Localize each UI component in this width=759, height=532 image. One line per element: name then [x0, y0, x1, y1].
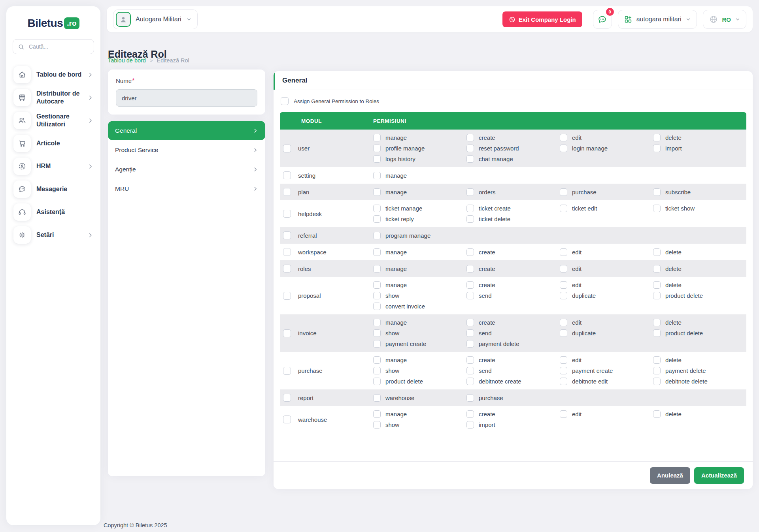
- permission-checkbox[interactable]: [653, 292, 661, 299]
- permission-option-convert-invoice[interactable]: convert invoice: [373, 303, 466, 310]
- permission-option-warehouse[interactable]: warehouse: [373, 394, 466, 402]
- permission-checkbox[interactable]: [373, 340, 381, 348]
- permission-checkbox[interactable]: [466, 394, 474, 402]
- module-select-checkbox[interactable]: [283, 415, 291, 423]
- permission-checkbox[interactable]: [373, 292, 381, 299]
- permission-option-delete[interactable]: delete: [653, 319, 746, 326]
- permission-option-orders[interactable]: orders: [466, 188, 560, 196]
- tab-general[interactable]: General: [108, 121, 265, 140]
- module-select-checkbox[interactable]: [283, 329, 291, 337]
- permission-checkbox[interactable]: [653, 265, 661, 273]
- permission-checkbox[interactable]: [653, 134, 661, 141]
- permission-checkbox[interactable]: [653, 367, 661, 374]
- permission-option-purchase[interactable]: purchase: [560, 188, 653, 196]
- permission-checkbox[interactable]: [466, 215, 474, 223]
- permission-checkbox[interactable]: [466, 248, 474, 256]
- permission-checkbox[interactable]: [373, 232, 381, 239]
- permission-option-edit[interactable]: edit: [560, 319, 653, 326]
- permission-option-manage[interactable]: manage: [373, 172, 466, 179]
- permission-option-duplicate[interactable]: duplicate: [560, 292, 653, 299]
- permission-option-show[interactable]: show: [373, 367, 466, 374]
- permission-option-import[interactable]: import: [653, 145, 746, 152]
- permission-checkbox[interactable]: [560, 134, 567, 141]
- permission-option-product-delete[interactable]: product delete: [653, 329, 746, 337]
- permission-checkbox[interactable]: [653, 378, 661, 385]
- sidebar-item-headset[interactable]: Asistență: [12, 203, 95, 222]
- sidebar-item-hrm[interactable]: HRM: [12, 157, 95, 176]
- permission-option-manage[interactable]: manage: [373, 134, 466, 141]
- permission-option-product-delete[interactable]: product delete: [653, 292, 746, 299]
- permission-checkbox[interactable]: [373, 134, 381, 141]
- sidebar-item-chat[interactable]: Mesagerie: [12, 180, 95, 199]
- permission-checkbox[interactable]: [466, 410, 474, 418]
- permission-checkbox[interactable]: [373, 215, 381, 223]
- assign-general-permission-checkbox[interactable]: [281, 97, 289, 105]
- permission-option-duplicate[interactable]: duplicate: [560, 329, 653, 337]
- module-select-checkbox[interactable]: [283, 292, 291, 300]
- sidebar-item-gear[interactable]: Setări: [12, 226, 95, 244]
- permission-checkbox[interactable]: [373, 329, 381, 337]
- permission-option-send[interactable]: send: [466, 367, 560, 374]
- module-select-checkbox[interactable]: [283, 210, 291, 218]
- permission-option-ticket-edit[interactable]: ticket edit: [560, 205, 653, 212]
- permission-checkbox[interactable]: [653, 145, 661, 152]
- permission-checkbox[interactable]: [466, 155, 474, 163]
- permission-checkbox[interactable]: [560, 265, 567, 273]
- permission-checkbox[interactable]: [653, 205, 661, 212]
- permission-option-manage[interactable]: manage: [373, 356, 466, 364]
- module-select-checkbox[interactable]: [283, 394, 291, 402]
- permission-checkbox[interactable]: [466, 319, 474, 326]
- permission-option-create[interactable]: create: [466, 410, 560, 418]
- permission-checkbox[interactable]: [560, 367, 567, 374]
- permission-option-delete[interactable]: delete: [653, 356, 746, 364]
- permission-option-delete[interactable]: delete: [653, 410, 746, 418]
- permission-option-create[interactable]: create: [466, 134, 560, 141]
- company-selector[interactable]: Autogara Militari: [113, 9, 198, 29]
- permission-option-payment-delete[interactable]: payment delete: [466, 340, 560, 348]
- permission-option-create[interactable]: create: [466, 319, 560, 326]
- permission-option-edit[interactable]: edit: [560, 265, 653, 273]
- permission-option-reset-password[interactable]: reset password: [466, 145, 560, 152]
- permission-checkbox[interactable]: [560, 205, 567, 212]
- permission-option-edit[interactable]: edit: [560, 248, 653, 256]
- module-select-checkbox[interactable]: [283, 231, 291, 239]
- permission-option-manage[interactable]: manage: [373, 265, 466, 273]
- sidebar-item-cart[interactable]: Articole: [12, 134, 95, 153]
- permission-checkbox[interactable]: [560, 248, 567, 256]
- permission-option-show[interactable]: show: [373, 421, 466, 429]
- permission-option-ticket-show[interactable]: ticket show: [653, 205, 746, 212]
- module-select-checkbox[interactable]: [283, 145, 291, 152]
- language-menu[interactable]: RO: [703, 10, 747, 29]
- permission-option-debitnote-edit[interactable]: debitnote edit: [560, 378, 653, 385]
- permission-checkbox[interactable]: [653, 248, 661, 256]
- permission-option-delete[interactable]: delete: [653, 134, 746, 141]
- permission-checkbox[interactable]: [373, 205, 381, 212]
- module-select-checkbox[interactable]: [283, 265, 291, 273]
- permission-checkbox[interactable]: [653, 410, 661, 418]
- permission-checkbox[interactable]: [560, 356, 567, 364]
- permission-option-delete[interactable]: delete: [653, 281, 746, 289]
- permission-checkbox[interactable]: [373, 303, 381, 310]
- messages-button[interactable]: 0: [593, 10, 612, 29]
- permission-checkbox[interactable]: [466, 329, 474, 337]
- permission-checkbox[interactable]: [466, 421, 474, 429]
- permission-checkbox[interactable]: [373, 319, 381, 326]
- permission-option-manage[interactable]: manage: [373, 410, 466, 418]
- sidebar-search[interactable]: [13, 39, 94, 54]
- permission-checkbox[interactable]: [653, 281, 661, 289]
- role-name-input[interactable]: [116, 89, 257, 107]
- permission-option-program-manage[interactable]: program manage: [373, 232, 466, 239]
- breadcrumb-home-link[interactable]: Tablou de bord: [108, 57, 146, 64]
- permission-checkbox[interactable]: [373, 394, 381, 402]
- permission-option-ticket-manage[interactable]: ticket manage: [373, 205, 466, 212]
- module-select-checkbox[interactable]: [283, 367, 291, 375]
- permission-option-ticket-delete[interactable]: ticket delete: [466, 215, 560, 223]
- permission-checkbox[interactable]: [466, 205, 474, 212]
- permission-option-create[interactable]: create: [466, 248, 560, 256]
- permission-option-edit[interactable]: edit: [560, 134, 653, 141]
- cancel-button[interactable]: Anulează: [650, 467, 690, 484]
- permission-checkbox[interactable]: [560, 188, 567, 196]
- permission-checkbox[interactable]: [373, 265, 381, 273]
- permission-option-payment-delete[interactable]: payment delete: [653, 367, 746, 374]
- tab-mru[interactable]: MRU: [108, 179, 265, 198]
